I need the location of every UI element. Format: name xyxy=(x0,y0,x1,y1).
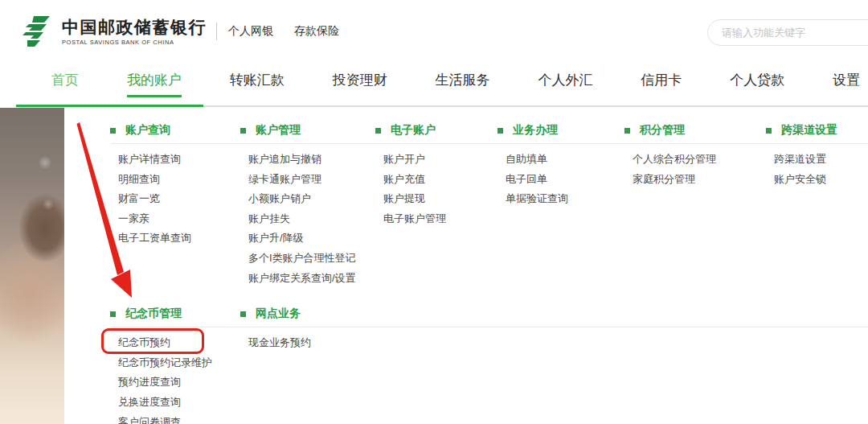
square-bullet-icon xyxy=(497,128,503,134)
menu-item[interactable]: 账户充值 xyxy=(383,170,497,190)
menu-section: 纪念币管理纪念币预约纪念币预约记录维护预约进度查询兑换进度查询客户问卷调查 xyxy=(110,306,240,424)
section-header: 跨渠道设置 xyxy=(766,122,868,138)
section-title: 账户查询 xyxy=(125,123,170,138)
row-divider xyxy=(111,143,868,144)
section-items: 个人综合积分管理家庭积分管理 xyxy=(624,150,766,189)
menu-section: 跨渠道设置跨渠道设置账户安全锁 xyxy=(766,122,868,288)
square-bullet-icon xyxy=(624,128,630,134)
brand-text: 中国邮政储蓄银行 POSTAL SAVINGS BANK OF CHINA xyxy=(62,18,207,46)
section-items: 账户详情查询明细查询财富一览一家亲电子工资单查询 xyxy=(110,150,240,249)
section-items: 跨渠道设置账户安全锁 xyxy=(766,150,868,189)
menu-item[interactable]: 绿卡通账户管理 xyxy=(248,170,375,190)
menu-section: 积分管理个人综合积分管理家庭积分管理 xyxy=(624,122,766,288)
menu-item[interactable]: 账户详情查询 xyxy=(118,150,240,170)
menu-section: 业务办理自助填单电子回单单据验证查询 xyxy=(497,122,624,288)
menu-item[interactable]: 自助填单 xyxy=(506,150,624,170)
section-items: 自助填单电子回单单据验证查询 xyxy=(497,150,624,209)
section-items: 账户追加与撤销绿卡通账户管理小额账户销户账户挂失账户升/降级多个I类账户合理性登… xyxy=(240,150,375,288)
menu-item[interactable]: 个人综合积分管理 xyxy=(633,150,766,170)
square-bullet-icon xyxy=(110,128,116,134)
section-title: 跨渠道设置 xyxy=(781,123,837,138)
menu-item[interactable]: 单据验证查询 xyxy=(506,189,624,209)
section-header: 积分管理 xyxy=(624,122,766,138)
square-bullet-icon xyxy=(375,128,381,134)
menu-item[interactable]: 账户挂失 xyxy=(248,209,375,229)
brand-name-cn: 中国邮政储蓄银行 xyxy=(62,18,207,37)
menu-item[interactable]: 电子账户管理 xyxy=(383,209,497,229)
content-area: 账户查询账户详情查询明细查询财富一览一家亲电子工资单查询账户管理账户追加与撤销绿… xyxy=(0,107,868,424)
deposit-insurance-link[interactable]: 存款保险 xyxy=(294,24,339,39)
menu-section: 账户查询账户详情查询明细查询财富一览一家亲电子工资单查询 xyxy=(110,122,240,288)
square-bullet-icon xyxy=(110,311,116,317)
menu-item[interactable]: 一家亲 xyxy=(118,209,240,229)
section-title: 业务办理 xyxy=(513,123,558,138)
brand: 中国邮政储蓄银行 POSTAL SAVINGS BANK OF CHINA 个人… xyxy=(23,14,360,48)
menu-item[interactable]: 多个I类账户合理性登记 xyxy=(248,249,375,269)
square-bullet-icon xyxy=(766,128,772,134)
section-header: 纪念币管理 xyxy=(110,306,240,322)
highlight-box xyxy=(101,328,204,354)
nav-item[interactable]: 个人贷款 xyxy=(730,71,784,95)
section-title: 积分管理 xyxy=(640,123,685,138)
brand-divider xyxy=(216,23,217,40)
section-header: 业务办理 xyxy=(497,122,624,138)
section-header: 网点业务 xyxy=(240,306,868,322)
section-items: 现金业务预约 xyxy=(240,333,868,353)
menu-item[interactable]: 兑换进度查询 xyxy=(118,393,240,413)
site-header: 中国邮政储蓄银行 POSTAL SAVINGS BANK OF CHINA 个人… xyxy=(0,0,868,107)
menu-item[interactable]: 账户升/降级 xyxy=(248,228,375,249)
section-title: 账户管理 xyxy=(256,123,301,138)
menu-item[interactable]: 账户追加与撤销 xyxy=(248,150,375,170)
menu-section: 网点业务现金业务预约 xyxy=(240,306,868,424)
menu-item[interactable]: 财富一览 xyxy=(118,189,240,209)
section-title: 纪念币管理 xyxy=(125,307,182,321)
nav-item[interactable]: 投资理财 xyxy=(333,71,387,95)
brand-name-en: POSTAL SAVINGS BANK OF CHINA xyxy=(62,39,207,46)
side-photo xyxy=(0,108,64,424)
personal-ebank-link[interactable]: 个人网银 xyxy=(228,24,273,39)
menu-item[interactable]: 账户绑定关系查询/设置 xyxy=(248,269,375,289)
nav-item[interactable]: 转账汇款 xyxy=(230,71,285,95)
nav-item[interactable]: 首页 xyxy=(51,71,79,95)
menu-row: 账户查询账户详情查询明细查询财富一览一家亲电子工资单查询账户管理账户追加与撤销绿… xyxy=(110,122,868,288)
section-items: 账户开户账户充值账户提现电子账户管理 xyxy=(375,150,497,228)
nav-item[interactable]: 个人外汇 xyxy=(538,71,592,95)
search-input[interactable] xyxy=(707,19,868,46)
menu-item[interactable]: 小额账户销户 xyxy=(248,189,375,209)
menu-item[interactable]: 明细查询 xyxy=(118,170,240,190)
menu-section: 电子账户账户开户账户充值账户提现电子账户管理 xyxy=(375,122,497,288)
row-divider xyxy=(111,327,868,327)
menu-item[interactable]: 现金业务预约 xyxy=(248,333,868,353)
psbc-logo-icon xyxy=(23,14,55,48)
menu-item[interactable]: 账户提现 xyxy=(383,189,497,209)
menu-item[interactable]: 电子回单 xyxy=(506,170,624,190)
menu-item[interactable]: 账户安全锁 xyxy=(774,170,868,190)
main-nav: 首页我的账户转账汇款投资理财生活服务个人外汇信用卡个人贷款设置 xyxy=(0,71,868,97)
square-bullet-icon xyxy=(240,311,246,317)
menu-section: 账户管理账户追加与撤销绿卡通账户管理小额账户销户账户挂失账户升/降级多个I类账户… xyxy=(240,122,375,288)
nav-item[interactable]: 信用卡 xyxy=(641,71,682,95)
menu-item[interactable]: 跨渠道设置 xyxy=(774,150,868,170)
section-title: 电子账户 xyxy=(391,123,436,138)
section-title: 网点业务 xyxy=(256,307,301,321)
menu-item[interactable]: 电子工资单查询 xyxy=(118,228,240,249)
mega-menu: 账户查询账户详情查询明细查询财富一览一家亲电子工资单查询账户管理账户追加与撤销绿… xyxy=(64,108,868,424)
menu-item[interactable]: 纪念币预约 xyxy=(118,333,240,353)
menu-item[interactable]: 家庭积分管理 xyxy=(633,170,766,190)
section-header: 账户查询 xyxy=(110,122,240,138)
menu-row: 纪念币管理纪念币预约纪念币预约记录维护预约进度查询兑换进度查询客户问卷调查网点业… xyxy=(110,306,868,424)
menu-item[interactable]: 客户问卷调查 xyxy=(118,413,240,424)
section-header: 账户管理 xyxy=(240,122,375,138)
section-header: 电子账户 xyxy=(375,122,497,138)
nav-item[interactable]: 我的账户 xyxy=(127,71,182,97)
section-items: 纪念币预约纪念币预约记录维护预约进度查询兑换进度查询客户问卷调查 xyxy=(110,333,240,424)
menu-item[interactable]: 纪念币预约记录维护 xyxy=(118,353,240,373)
menu-item[interactable]: 账户开户 xyxy=(383,150,497,170)
nav-item[interactable]: 生活服务 xyxy=(436,71,490,95)
menu-item[interactable]: 预约进度查询 xyxy=(118,373,240,393)
nav-item[interactable]: 设置 xyxy=(833,71,860,95)
square-bullet-icon xyxy=(240,128,246,134)
